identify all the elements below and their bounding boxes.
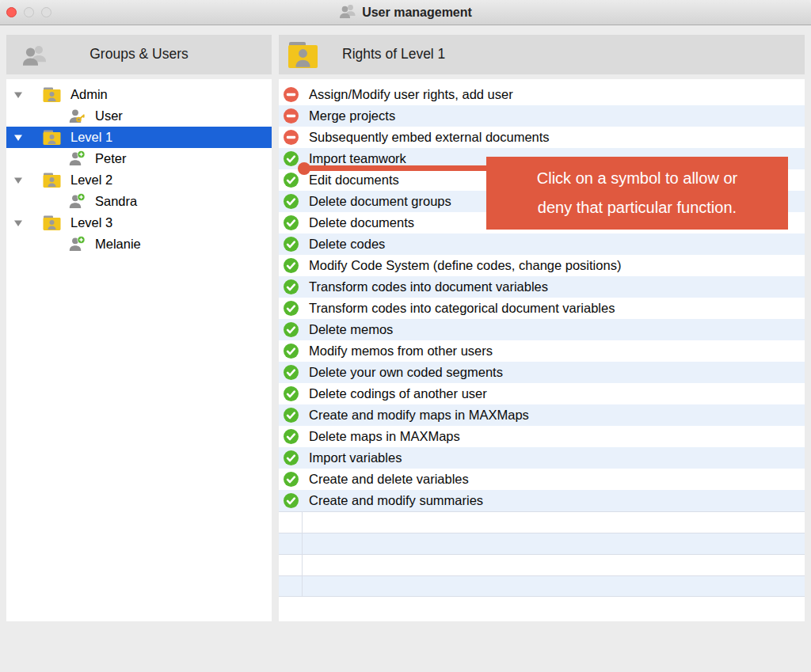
- groups-users-panel: AdminUserLevel 1PeterLevel 2SandraLevel …: [6, 79, 272, 621]
- empty-icon-cell: [279, 555, 303, 575]
- callout-connector-dot: [298, 162, 310, 175]
- zoom-window-button[interactable]: [41, 7, 51, 17]
- empty-row: [279, 575, 805, 597]
- right-label: Delete codings of another user: [303, 386, 487, 401]
- right-row: Transform codes into document variables: [279, 276, 805, 298]
- allow-check-icon[interactable]: [279, 426, 303, 447]
- right-row: Create and delete variables: [279, 469, 805, 490]
- minimize-window-button[interactable]: [24, 7, 34, 17]
- right-label: Delete maps in MAXMaps: [303, 429, 460, 444]
- right-label: Modify Code System (define codes, change…: [303, 258, 621, 273]
- rights-header: Rights of Level 1: [279, 35, 805, 74]
- right-label: Create and modify summaries: [303, 493, 483, 508]
- allow-check-icon[interactable]: [279, 362, 303, 383]
- tree-item-peter[interactable]: Peter: [6, 148, 272, 169]
- empty-row: [279, 533, 805, 554]
- right-row: Delete memos: [279, 319, 805, 340]
- rights-folder-icon: [287, 40, 319, 73]
- title-bar: User management: [0, 0, 811, 25]
- callout-text-line1: Click on a symbol to allow or: [537, 164, 737, 193]
- groups-tree: AdminUserLevel 1PeterLevel 2SandraLevel …: [6, 79, 272, 255]
- tree-item-label: Peter: [95, 151, 126, 166]
- user-plus-icon: [68, 236, 86, 252]
- allow-check-icon[interactable]: [279, 276, 303, 298]
- empty-row: [279, 511, 805, 533]
- right-row: Delete your own coded segments: [279, 362, 805, 383]
- group-folder-icon: [43, 215, 61, 231]
- deny-minus-icon[interactable]: [279, 105, 303, 127]
- tree-item-sandra[interactable]: Sandra: [6, 191, 272, 212]
- tree-item-label: Level 3: [70, 215, 112, 230]
- right-row: Delete codings of another user: [279, 383, 805, 404]
- tree-item-admin[interactable]: Admin: [6, 84, 272, 105]
- deny-minus-icon[interactable]: [279, 84, 303, 105]
- right-row: Delete maps in MAXMaps: [279, 426, 805, 447]
- user-management-window: User management Groups & Users Rights of…: [0, 0, 811, 672]
- tree-item-melanie[interactable]: Melanie: [6, 233, 272, 255]
- disclosure-triangle-icon[interactable]: [13, 134, 23, 142]
- tree-item-level-1[interactable]: Level 1: [6, 127, 272, 148]
- footer-bar: Deactivate user management Close: [0, 621, 811, 672]
- groups-users-title: Groups & Users: [6, 46, 272, 63]
- allow-check-icon[interactable]: [279, 212, 303, 233]
- callout-text-line2: deny that particular function.: [538, 193, 737, 222]
- allow-check-icon[interactable]: [279, 191, 303, 212]
- allow-check-icon[interactable]: [279, 404, 303, 426]
- right-label: Import teamwork: [303, 151, 406, 166]
- tree-item-label: User: [95, 108, 123, 123]
- right-label: Modify memos from other users: [303, 344, 493, 359]
- tree-item-level-2[interactable]: Level 2: [6, 169, 272, 191]
- group-folder-icon: [43, 129, 61, 146]
- tree-item-level-3[interactable]: Level 3: [6, 212, 272, 233]
- group-folder-icon: [43, 172, 61, 188]
- deny-minus-icon[interactable]: [279, 127, 303, 148]
- tree-item-label: Admin: [70, 87, 108, 102]
- right-label: Transform codes into categorical documen…: [303, 301, 615, 316]
- right-label: Edit documents: [303, 173, 399, 188]
- empty-icon-cell: [279, 512, 303, 533]
- tree-item-label: Level 1: [70, 130, 112, 145]
- allow-check-icon[interactable]: [279, 340, 303, 362]
- right-label: Transform codes into document variables: [303, 279, 548, 294]
- right-label: Import variables: [303, 450, 402, 465]
- tree-item-label: Level 2: [70, 173, 112, 188]
- close-window-button[interactable]: [6, 7, 17, 17]
- right-label: Delete memos: [303, 322, 393, 337]
- allow-check-icon[interactable]: [279, 255, 303, 276]
- group-folder-icon: [43, 86, 61, 103]
- right-row: Modify Code System (define codes, change…: [279, 255, 805, 276]
- allow-check-icon[interactable]: [279, 383, 303, 404]
- right-label: Delete document groups: [303, 194, 451, 209]
- right-row: Subsequently embed external documents: [279, 127, 805, 148]
- user-plus-icon: [68, 193, 86, 210]
- right-row: Import variables: [279, 447, 805, 469]
- users-icon: [339, 3, 356, 22]
- allow-check-icon[interactable]: [279, 490, 303, 511]
- right-label: Create and modify maps in MAXMaps: [303, 408, 529, 423]
- right-row: Create and modify summaries: [279, 490, 805, 511]
- tree-item-user[interactable]: User: [6, 105, 272, 127]
- right-label: Merge projects: [303, 108, 395, 123]
- right-label: Assign/Modify user rights, add user: [303, 87, 513, 102]
- groups-users-header: Groups & Users: [6, 35, 272, 74]
- right-row: Create and modify maps in MAXMaps: [279, 404, 805, 426]
- tree-item-label: Sandra: [95, 194, 137, 209]
- empty-icon-cell: [279, 576, 303, 596]
- allow-check-icon[interactable]: [279, 319, 303, 340]
- right-label: Subsequently embed external documents: [303, 130, 550, 145]
- right-label: Delete your own coded segments: [303, 365, 503, 380]
- disclosure-triangle-icon[interactable]: [13, 177, 23, 184]
- allow-check-icon[interactable]: [279, 298, 303, 319]
- empty-row: [279, 554, 805, 575]
- callout-connector-line: [301, 165, 488, 171]
- disclosure-triangle-icon[interactable]: [13, 91, 23, 99]
- disclosure-triangle-icon[interactable]: [13, 219, 23, 227]
- allow-check-icon[interactable]: [279, 447, 303, 469]
- allow-check-icon[interactable]: [279, 469, 303, 490]
- allow-check-icon[interactable]: [279, 233, 303, 255]
- right-label: Delete documents: [303, 215, 414, 230]
- user-plus-icon: [68, 150, 86, 167]
- tree-item-label: Melanie: [95, 237, 141, 252]
- right-row: Merge projects: [279, 105, 805, 127]
- right-row: Modify memos from other users: [279, 340, 805, 362]
